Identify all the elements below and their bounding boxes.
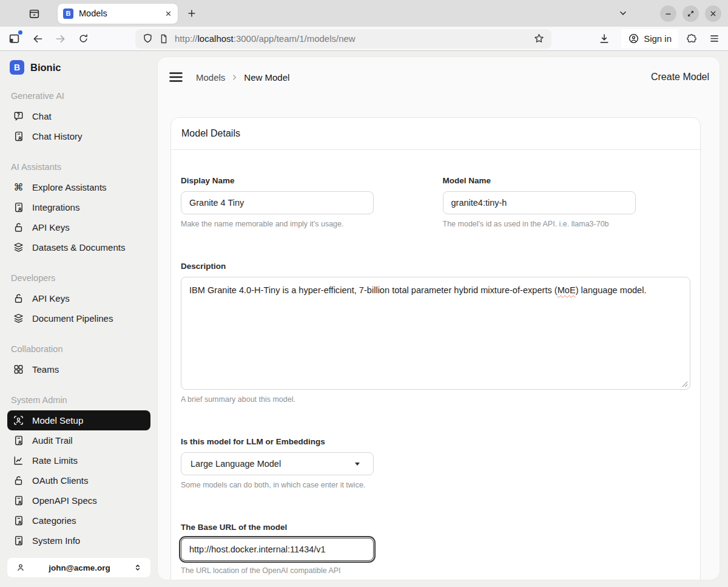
notification-dot <box>18 30 22 35</box>
document-icon <box>13 495 24 506</box>
logo-text: Bionic <box>30 62 61 73</box>
sidebar-item-chat-history[interactable]: Chat History <box>7 126 150 146</box>
display-name-input[interactable] <box>181 191 374 214</box>
tab-favicon: B <box>63 8 73 19</box>
browser-tab[interactable]: B Models <box>58 4 178 24</box>
sidebar-item-api-keys-dev[interactable]: API Keys <box>7 288 150 308</box>
sidebar-item-oauth-clients[interactable]: OAuth Clients <box>7 470 150 490</box>
base-url-label: The Base URL of the model <box>181 523 690 532</box>
document-icon <box>13 515 24 526</box>
display-name-helper: Make the name memorable and imply it's u… <box>181 220 429 228</box>
create-model-button[interactable]: Create Model <box>651 72 709 83</box>
breadcrumb-models-link[interactable]: Models <box>196 72 225 83</box>
page-header: Models New Model Create Model <box>158 57 720 85</box>
url-text: http://localhost:3000/app/team/1/models/… <box>175 33 533 44</box>
sidebar-item-explore-assistants[interactable]: Explore Assistants <box>7 177 150 197</box>
sign-in-button[interactable]: Sign in <box>621 29 678 48</box>
sidebar-item-label: Chat <box>32 111 52 121</box>
url-path: :3000/app/team/1/models/new <box>234 33 356 44</box>
base-url-input[interactable] <box>181 538 374 561</box>
sidebar-item-teams[interactable]: Teams <box>7 359 150 379</box>
main-panel: Models New Model Create Model Model Deta… <box>158 57 720 580</box>
sidebar-item-audit-trail[interactable]: Audit Trail <box>7 430 150 450</box>
sidebar-item-label: OAuth Clients <box>32 475 89 486</box>
description-group: Description IBM Granite 4.0-H-Tiny is a … <box>181 262 690 404</box>
minimize-icon[interactable] <box>660 5 676 22</box>
maximize-icon[interactable] <box>682 5 699 22</box>
section-title: System Admin <box>7 396 150 405</box>
sidebar-item-document-pipelines[interactable]: Document Pipelines <box>7 308 150 328</box>
sidebar-item-api-keys[interactable]: API Keys <box>7 217 150 237</box>
reload-icon[interactable] <box>78 33 89 44</box>
description-helper: A brief summary about this model. <box>181 396 690 404</box>
base-url-helper: The URL location of the OpenAI compatibl… <box>181 567 690 575</box>
description-text: IBM Granite 4.0-H-Tiny is a hyper-effici… <box>189 285 558 295</box>
firefox-view-icon[interactable] <box>28 7 41 20</box>
grid-icon <box>13 364 24 375</box>
resize-handle[interactable] <box>681 381 688 387</box>
chat-icon <box>13 110 24 122</box>
sidebar-item-label: Datasets & Documents <box>32 242 125 253</box>
model-name-input[interactable] <box>443 191 636 214</box>
url-bar[interactable]: http://localhost:3000/app/team/1/models/… <box>135 29 551 49</box>
model-name-group: Model Name The model's id as used in the… <box>443 177 691 228</box>
display-name-label: Display Name <box>181 177 429 185</box>
sidebar-item-categories[interactable]: Categories <box>7 511 150 531</box>
url-host: localhost <box>198 33 234 44</box>
user-email: john@acme.org <box>26 563 133 572</box>
account-icon <box>628 33 639 44</box>
sidebar-toggle-icon[interactable] <box>8 32 21 45</box>
sidebar-item-integrations[interactable]: Integrations <box>7 197 150 217</box>
sidebar-item-openapi-specs[interactable]: OpenAPI Specs <box>7 490 150 511</box>
hamburger-menu-icon[interactable] <box>168 69 184 85</box>
tab-list-chevron-icon[interactable] <box>618 8 629 19</box>
section-title: Collaboration <box>7 345 150 354</box>
bookmark-star-icon[interactable] <box>533 33 545 44</box>
sidebar-section-generative-ai: Generative AI Chat Chat History <box>7 92 150 146</box>
sidebar: B Bionic Generative AI Chat Chat History… <box>0 51 158 587</box>
sidebar-item-label: OpenAPI Specs <box>32 495 97 506</box>
person-icon <box>15 562 26 573</box>
sidebar-item-label: Categories <box>32 515 76 526</box>
layers-icon <box>13 313 24 324</box>
select-caret-icon <box>355 463 360 466</box>
download-icon[interactable] <box>598 33 610 45</box>
sidebar-item-system-info[interactable]: System Info <box>7 531 150 551</box>
chevron-right-icon <box>231 73 238 81</box>
model-type-helper: Some models can do both, in which case e… <box>181 481 690 489</box>
menu-icon[interactable] <box>709 33 720 44</box>
sidebar-item-label: Rate Limits <box>32 455 78 466</box>
model-name-helper: The model's id as used in the API. i.e. … <box>443 220 691 228</box>
sidebar-section-system-admin: System Admin Model Setup Audit Trail Rat… <box>7 396 150 551</box>
sidebar-item-chat[interactable]: Chat <box>7 106 150 126</box>
base-url-group: The Base URL of the model The URL locati… <box>181 523 690 575</box>
display-name-group: Display Name Make the name memorable and… <box>181 177 429 228</box>
command-icon <box>13 182 24 193</box>
user-account-selector[interactable]: john@acme.org <box>7 558 150 577</box>
forward-icon <box>55 33 67 45</box>
app-logo: B Bionic <box>7 59 150 75</box>
sidebar-item-datasets-documents[interactable]: Datasets & Documents <box>7 237 150 257</box>
description-text: ) language model. <box>576 285 647 295</box>
sidebar-item-label: Explore Assistants <box>32 182 107 192</box>
sidebar-item-label: System Info <box>32 535 80 546</box>
sidebar-item-rate-limits[interactable]: Rate Limits <box>7 450 150 470</box>
lock-open-icon <box>13 222 24 233</box>
shield-icon[interactable] <box>142 33 153 44</box>
sidebar-section-developers: Developers API Keys Document Pipelines <box>7 274 150 328</box>
sidebar-item-model-setup[interactable]: Model Setup <box>7 410 150 430</box>
close-window-icon[interactable] <box>705 5 721 22</box>
model-form: Display Name Make the name memorable and… <box>171 150 700 575</box>
close-tab-icon[interactable] <box>164 10 172 18</box>
card-title: Model Details <box>171 118 700 150</box>
description-misspelled-word: MoE <box>558 285 576 295</box>
model-type-select[interactable]: Large Language Model <box>181 452 374 475</box>
page-icon[interactable] <box>158 33 169 44</box>
new-tab-icon[interactable] <box>186 8 197 19</box>
logo-icon: B <box>10 60 24 75</box>
document-icon <box>13 435 24 446</box>
extensions-puzzle-icon[interactable] <box>686 33 698 45</box>
description-textarea[interactable]: IBM Granite 4.0-H-Tiny is a hyper-effici… <box>181 277 690 390</box>
back-icon[interactable] <box>32 33 44 45</box>
layers-icon <box>13 242 24 253</box>
